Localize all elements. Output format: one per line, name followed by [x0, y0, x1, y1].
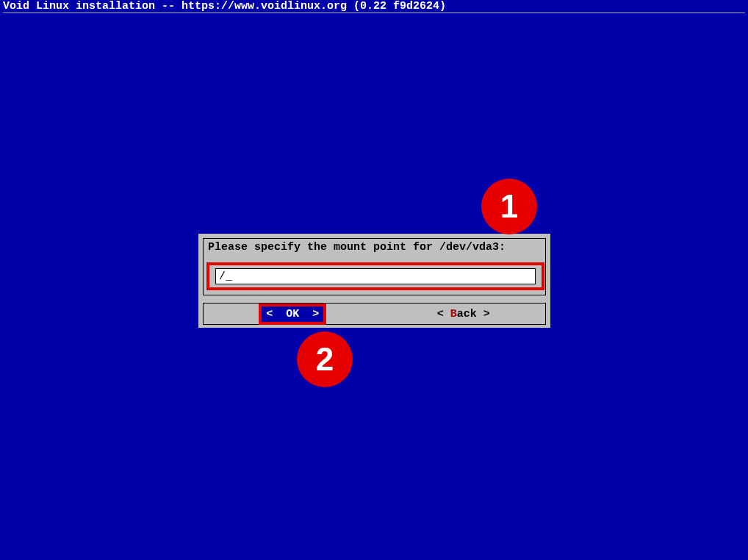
- header-divider: [3, 12, 745, 13]
- dialog-prompt: Please specify the mount point for /dev/…: [204, 239, 545, 254]
- input-annotation-highlight: /_: [206, 262, 544, 290]
- back-button-pre: <: [437, 308, 450, 320]
- annotation-marker-2: 2: [297, 331, 353, 387]
- annotation-marker-1: 1: [481, 179, 537, 234]
- dialog-body: Please specify the mount point for /dev/…: [203, 238, 546, 295]
- dialog-button-bar: < OK > < Back >: [203, 303, 546, 325]
- mount-point-input[interactable]: /_: [215, 268, 536, 284]
- back-button[interactable]: < Back >: [437, 308, 490, 320]
- mount-point-dialog: Please specify the mount point for /dev/…: [198, 234, 550, 328]
- ok-annotation-highlight: < OK >: [259, 304, 326, 325]
- button-group: < OK > < Back >: [204, 304, 545, 325]
- installer-header: Void Linux installation -- https://www.v…: [0, 0, 748, 12]
- back-button-post: ack >: [457, 308, 490, 320]
- ok-button[interactable]: < OK >: [262, 306, 323, 322]
- back-button-hotkey: B: [450, 308, 457, 320]
